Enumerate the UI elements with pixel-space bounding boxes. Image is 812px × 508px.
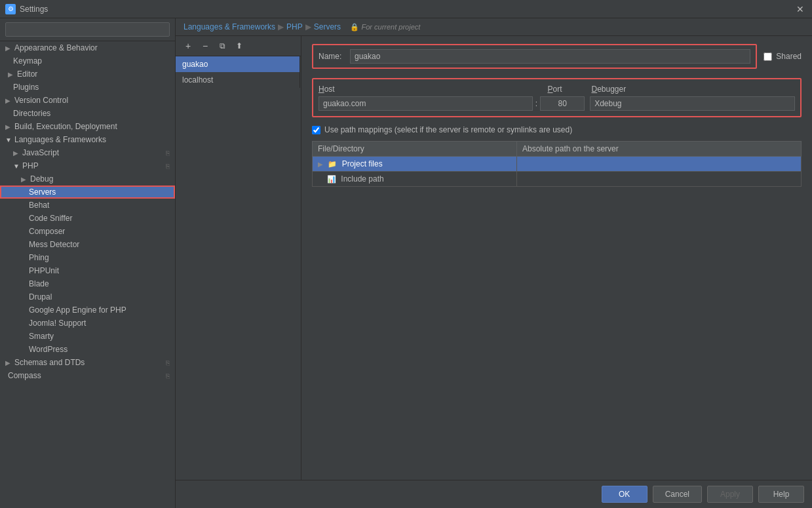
search-input[interactable] xyxy=(5,22,170,37)
arrow-icon: ▼ xyxy=(5,136,12,144)
sidebar-item-label: WordPress xyxy=(29,345,68,354)
col-file-directory: File/Directory xyxy=(313,142,517,157)
copy-button[interactable]: ⧉ xyxy=(215,39,229,53)
sidebar-item-label: Drupal xyxy=(29,292,52,302)
sidebar-item-label: Code Sniffer xyxy=(29,214,73,223)
sidebar-item-wordpress[interactable]: WordPress xyxy=(0,343,175,356)
arrow-icon: ▶ xyxy=(21,176,28,183)
sidebar-item-phpunit[interactable]: PHPUnit xyxy=(0,264,175,277)
sidebar-item-directories[interactable]: Directories xyxy=(0,107,175,120)
sidebar-item-joomla[interactable]: Joomla! Support xyxy=(0,317,175,330)
server-item-label: localhost xyxy=(182,75,213,85)
sidebar-item-keymap[interactable]: Keymap xyxy=(0,54,175,68)
sidebar-item-label: Debug xyxy=(30,174,53,184)
sidebar-item-smarty[interactable]: Smarty xyxy=(0,330,175,343)
apply-button[interactable]: Apply xyxy=(707,486,753,503)
arrow-icon: ▶ xyxy=(5,45,12,52)
path-mappings-checkbox[interactable] xyxy=(312,126,320,134)
title-bar-left: ⚙ Settings xyxy=(5,4,48,14)
sidebar-item-label: JavaScript xyxy=(22,148,59,157)
colon-sep: : xyxy=(533,99,540,108)
copy-icon: ⎘ xyxy=(166,163,170,170)
sidebar-item-label: Blade xyxy=(29,279,49,288)
tree-container: ▶ Appearance & Behavior Keymap ▶ Editor … xyxy=(0,41,175,508)
row-arrow-icon: ▶ xyxy=(318,161,323,168)
sidebar-item-label: Mess Detector xyxy=(29,240,79,249)
name-label: Name: xyxy=(319,52,345,61)
arrow-icon: ▶ xyxy=(5,97,12,104)
sidebar-item-debug[interactable]: ▶ Debug xyxy=(0,172,175,186)
debugger-label: Debugger xyxy=(585,85,796,94)
title-bar: ⚙ Settings ✕ xyxy=(0,0,812,18)
table-row[interactable]: 📊 Include path xyxy=(313,172,802,187)
shared-checkbox[interactable] xyxy=(764,52,772,61)
app-icon: ⚙ xyxy=(5,4,16,14)
sidebar-item-label: Keymap xyxy=(13,56,42,66)
name-input[interactable] xyxy=(350,49,750,64)
sidebar-item-javascript[interactable]: ▶ JavaScript ⎘ xyxy=(0,146,175,159)
sidebar: ▶ Appearance & Behavior Keymap ▶ Editor … xyxy=(0,18,176,508)
sidebar-item-appearance[interactable]: ▶ Appearance & Behavior xyxy=(0,41,175,54)
row-label: Include path xyxy=(341,174,383,184)
sidebar-item-blade[interactable]: Blade xyxy=(0,277,175,290)
arrow-icon: ▶ xyxy=(8,71,14,78)
sidebar-item-label: Appearance & Behavior xyxy=(14,43,98,52)
sidebar-item-version-control[interactable]: ▶ Version Control xyxy=(0,94,175,107)
port-input[interactable] xyxy=(540,96,585,111)
arrow-icon: ▶ xyxy=(5,123,12,130)
sidebar-item-editor[interactable]: ▶ Editor xyxy=(0,68,175,81)
copy-icon: ⎘ xyxy=(166,359,170,366)
sidebar-item-label: Compass xyxy=(8,371,41,380)
port-label: Port xyxy=(528,85,580,94)
add-button[interactable]: + xyxy=(181,39,195,53)
sidebar-item-build[interactable]: ▶ Build, Execution, Deployment xyxy=(0,120,175,133)
move-button[interactable]: ⬆ xyxy=(232,39,246,53)
sidebar-item-composer[interactable]: Composer xyxy=(0,225,175,238)
host-section: Host Port Debugger : X xyxy=(312,78,802,117)
server-list-item-guakao[interactable]: guakao xyxy=(176,56,300,72)
sidebar-item-label: Schemas and DTDs xyxy=(14,358,85,367)
arrow-icon: ▶ xyxy=(13,149,20,157)
server-list: guakao localhost xyxy=(176,56,300,88)
breadcrumb-php: PHP xyxy=(286,22,303,31)
host-input[interactable] xyxy=(319,96,533,111)
server-list-item-localhost[interactable]: localhost xyxy=(176,72,300,88)
sidebar-item-label: PHPUnit xyxy=(29,266,59,275)
host-label: Host xyxy=(319,85,522,94)
sidebar-item-plugins[interactable]: Plugins xyxy=(0,81,175,94)
copy-icon2: ⧉ xyxy=(220,41,225,50)
remove-button[interactable]: − xyxy=(198,39,212,53)
breadcrumb: Languages & Frameworks ▶ PHP ▶ Servers 🔒… xyxy=(176,18,812,36)
path-mappings-row: Use path mappings (select if the server … xyxy=(312,125,802,134)
copy-icon: ⎘ xyxy=(166,149,170,157)
bottom-bar: OK Cancel Apply Help xyxy=(176,480,812,508)
sidebar-item-servers[interactable]: Servers xyxy=(0,186,175,199)
breadcrumb-servers: Servers xyxy=(314,22,341,31)
sidebar-item-compass[interactable]: Compass ⎘ xyxy=(0,369,175,382)
sidebar-item-phing[interactable]: Phing xyxy=(0,251,175,264)
debugger-select[interactable]: Xdebug Zend Debugger xyxy=(590,96,795,111)
debugger-select-wrapper: Xdebug Zend Debugger xyxy=(590,96,795,111)
sidebar-item-label: PHP xyxy=(22,161,39,170)
path-mappings-label: Use path mappings (select if the server … xyxy=(324,125,572,134)
cancel-button[interactable]: Cancel xyxy=(653,486,702,503)
table-row[interactable]: ▶ 📁 Project files xyxy=(313,157,802,172)
sidebar-item-behat[interactable]: Behat xyxy=(0,199,175,212)
close-button[interactable]: ✕ xyxy=(794,3,807,16)
remove-icon: − xyxy=(203,41,208,51)
sidebar-item-code-sniffer[interactable]: Code Sniffer xyxy=(0,212,175,225)
ok-button[interactable]: OK xyxy=(602,486,648,503)
sidebar-item-languages[interactable]: ▼ Languages & Frameworks xyxy=(0,133,175,146)
sidebar-item-mess-detector[interactable]: Mess Detector xyxy=(0,238,175,251)
sidebar-item-drupal[interactable]: Drupal xyxy=(0,290,175,303)
server-item-label: guakao xyxy=(182,60,208,69)
sidebar-item-label: Editor xyxy=(17,69,37,79)
sidebar-item-label: Servers xyxy=(29,187,56,197)
sidebar-item-schemas[interactable]: ▶ Schemas and DTDs ⎘ xyxy=(0,356,175,369)
help-button[interactable]: Help xyxy=(758,486,804,503)
sidebar-item-google-app-engine[interactable]: Google App Engine for PHP xyxy=(0,303,175,317)
sidebar-item-php[interactable]: ▼ PHP ⎘ xyxy=(0,159,175,172)
sidebar-item-label: Plugins xyxy=(13,83,39,92)
shared-label: Shared xyxy=(776,52,802,61)
search-box xyxy=(0,18,175,41)
